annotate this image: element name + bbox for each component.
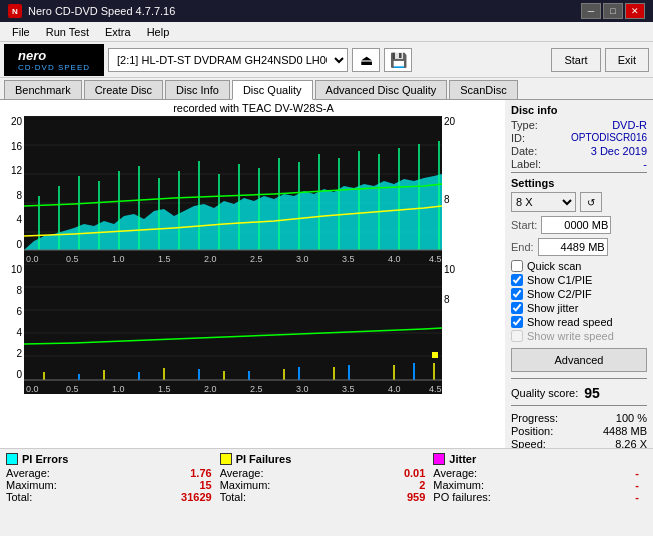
disc-label-row: Label: - [511,158,647,170]
drive-select[interactable]: [2:1] HL-DT-ST DVDRAM GH24NSD0 LH00 [108,48,348,72]
jitter-avg-val: - [635,467,639,479]
tab-createdisc[interactable]: Create Disc [84,80,163,99]
svg-text:4.0: 4.0 [388,384,401,394]
stats-bar: PI Errors Average: 1.76 Maximum: 15 Tota… [0,448,653,520]
close-button[interactable]: ✕ [625,3,645,19]
bottom-yaxis-left: 10 8 6 4 2 0 [2,264,24,394]
pi-failures-avg-val: 0.01 [404,467,425,479]
quick-scan-label: Quick scan [527,260,581,272]
po-failures-val: - [635,491,639,503]
titlebar-controls[interactable]: ─ □ ✕ [581,3,645,19]
pi-errors-avg-label: Average: [6,467,50,479]
tab-benchmark[interactable]: Benchmark [4,80,82,99]
quality-score-row: Quality score: 95 [511,385,647,401]
pi-failures-total-val: 959 [407,491,425,503]
show-c2pif-row: Show C2/PIF [511,288,647,300]
speed-select[interactable]: 8 X Max 4 X [511,192,576,212]
disc-label-value: - [643,158,647,170]
show-c1pie-checkbox[interactable] [511,274,523,286]
menu-runtest[interactable]: Run Test [38,24,97,40]
speed-row: 8 X Max 4 X ↺ [511,192,647,212]
progress-row: Progress: 100 % [511,412,647,424]
pi-failures-total-row: Total: 959 [220,491,426,503]
chart-title: recorded with TEAC DV-W28S-A [2,102,505,114]
jitter-avg-label: Average: [433,467,477,479]
tab-scandisc[interactable]: ScanDisc [449,80,517,99]
show-c2pif-label: Show C2/PIF [527,288,592,300]
svg-text:4.0: 4.0 [388,254,401,264]
pi-failures-max-label: Maximum: [220,479,271,491]
nero-logo: nero CD·DVD SPEED [4,44,104,76]
speed-value: 8.26 X [615,438,647,448]
tab-discinfo[interactable]: Disc Info [165,80,230,99]
top-chart-svg: 0.0 0.5 1.0 1.5 2.0 2.5 3.0 3.5 4.0 4.5 [24,116,442,264]
bottom-chart-svg: 0.0 0.5 1.0 1.5 2.0 2.5 3.0 3.5 4.0 4.5 [24,264,442,394]
position-value: 4488 MB [603,425,647,437]
top-chart-container: 20 16 12 8 4 0 [2,116,505,264]
nero-logo-text: nero [18,48,90,63]
svg-text:4.5: 4.5 [429,254,442,264]
refresh-button[interactable]: ↺ [580,192,602,212]
svg-text:1.0: 1.0 [112,384,125,394]
svg-text:2.5: 2.5 [250,384,263,394]
jitter-max-label: Maximum: [433,479,484,491]
svg-text:4.5: 4.5 [429,384,442,394]
pi-failures-max-row: Maximum: 2 [220,479,426,491]
save-button[interactable]: 💾 [384,48,412,72]
show-readspeed-checkbox[interactable] [511,316,523,328]
tab-advanceddiscquality[interactable]: Advanced Disc Quality [315,80,448,99]
start-input[interactable] [541,216,611,234]
pi-errors-total-label: Total: [6,491,32,503]
position-row: Position: 4488 MB [511,425,647,437]
start-row: Start: [511,216,647,234]
minimize-button[interactable]: ─ [581,3,601,19]
disc-id-label: ID: [511,132,525,144]
pi-errors-avg-row: Average: 1.76 [6,467,212,479]
exit-button[interactable]: Exit [605,48,649,72]
pi-errors-total-val: 31629 [181,491,212,503]
show-writespeed-label: Show write speed [527,330,614,342]
show-jitter-row: Show jitter [511,302,647,314]
jitter-label: Jitter [449,453,476,465]
speed-row-progress: Speed: 8.26 X [511,438,647,448]
quality-score-value: 95 [584,385,600,401]
disc-id-value: OPTODISCR016 [571,132,647,144]
position-label: Position: [511,425,553,437]
start-button[interactable]: Start [551,48,600,72]
show-jitter-checkbox[interactable] [511,302,523,314]
show-c1pie-label: Show C1/PIE [527,274,592,286]
pi-errors-avg-val: 1.76 [190,467,211,479]
disc-info-title: Disc info [511,104,647,116]
svg-text:1.5: 1.5 [158,384,171,394]
jitter-avg-row: Average: - [433,467,639,479]
titlebar: N Nero CD-DVD Speed 4.7.7.16 ─ □ ✕ [0,0,653,22]
maximize-button[interactable]: □ [603,3,623,19]
eject-button[interactable]: ⏏ [352,48,380,72]
pi-errors-label: PI Errors [22,453,68,465]
svg-text:0.5: 0.5 [66,254,79,264]
advanced-button[interactable]: Advanced [511,348,647,372]
tab-discquality[interactable]: Disc Quality [232,80,313,100]
show-c2pif-checkbox[interactable] [511,288,523,300]
speed-label: Speed: [511,438,546,448]
menu-help[interactable]: Help [139,24,178,40]
pi-failures-total-label: Total: [220,491,246,503]
quality-score-label: Quality score: [511,387,578,399]
pi-errors-color [6,453,18,465]
svg-text:1.5: 1.5 [158,254,171,264]
menu-extra[interactable]: Extra [97,24,139,40]
pi-failures-label: PI Failures [236,453,292,465]
end-input[interactable] [538,238,608,256]
quick-scan-checkbox[interactable] [511,260,523,272]
disc-type-label: Type: [511,119,538,131]
progress-section: Progress: 100 % Position: 4488 MB Speed:… [511,412,647,448]
progress-label: Progress: [511,412,558,424]
svg-text:3.5: 3.5 [342,254,355,264]
jitter-group: Jitter Average: - Maximum: - PO failures… [433,453,647,516]
menu-file[interactable]: File [4,24,38,40]
po-failures-row: PO failures: - [433,491,639,503]
svg-text:2.5: 2.5 [250,254,263,264]
app-title: Nero CD-DVD Speed 4.7.7.16 [28,5,175,17]
disc-date-label: Date: [511,145,537,157]
pi-errors-max-val: 15 [199,479,211,491]
